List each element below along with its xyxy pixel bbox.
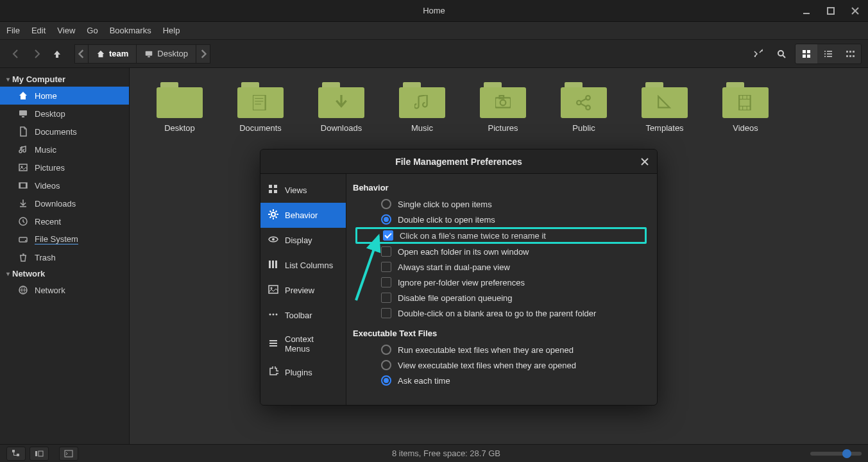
folder-pictures[interactable]: Pictures <box>470 82 536 133</box>
folder-public[interactable]: Public <box>550 82 617 133</box>
dialog-nav-toolbar[interactable]: Toolbar <box>260 303 346 328</box>
radio-icon <box>381 214 391 225</box>
option-exec-view[interactable]: View executable text files when they are… <box>353 357 647 373</box>
option-dual-pane[interactable]: Always start in dual-pane view <box>353 259 647 275</box>
svg-rect-17 <box>849 51 851 53</box>
option-single-click[interactable]: Single click to open items <box>353 196 647 212</box>
sidebar-section-mycomputer[interactable]: ▾ My Computer <box>0 72 129 87</box>
svg-rect-66 <box>272 261 274 268</box>
window-controls <box>797 0 864 21</box>
folder-icon <box>237 82 284 118</box>
dialog-nav-preview[interactable]: Preview <box>260 278 346 303</box>
folder-icon <box>642 82 688 118</box>
recent-icon <box>18 216 28 227</box>
svg-rect-65 <box>269 261 271 268</box>
dialog-title-bar: File Management Preferences <box>260 150 657 174</box>
folder-templates[interactable]: Templates <box>631 82 698 133</box>
maximize-button[interactable] <box>822 2 840 20</box>
dialog-nav-display[interactable]: Display <box>260 228 346 253</box>
sidebar-item-pictures[interactable]: Pictures <box>0 158 129 176</box>
folder-icon <box>157 82 203 118</box>
option-dbl-blank[interactable]: Double-click on a blank area to go to th… <box>353 305 647 321</box>
menu-go[interactable]: Go <box>87 26 98 35</box>
svg-line-43 <box>581 98 587 101</box>
sidebar-item-file-system[interactable]: File System <box>0 230 129 248</box>
dialog-nav-behavior[interactable]: Behavior <box>260 203 346 228</box>
option-double-click[interactable]: Double click to open items <box>353 212 647 227</box>
folder-desktop[interactable]: Desktop <box>146 82 213 133</box>
crumb-next[interactable] <box>196 44 210 64</box>
svg-rect-22 <box>19 110 27 116</box>
checkbox-icon <box>381 246 391 257</box>
folder-music[interactable]: Music <box>389 82 455 133</box>
menu-help[interactable]: Help <box>163 26 180 35</box>
tree-icon <box>12 449 21 458</box>
dialog-nav-context-menus[interactable]: Context Menus <box>260 328 346 360</box>
dialog-nav-plugins[interactable]: Plugins <box>260 360 346 385</box>
up-button[interactable] <box>47 44 67 64</box>
navigation-toolbar: team Desktop <box>0 40 868 68</box>
option-rename-twice[interactable]: Click on a file's name twice to rename i… <box>355 227 647 244</box>
sidebar-section-network[interactable]: ▾ Network <box>0 266 129 281</box>
terminal-button[interactable] <box>749 44 768 64</box>
menu-edit[interactable]: Edit <box>31 26 46 35</box>
crumb-prev[interactable] <box>74 44 89 64</box>
menu-file[interactable]: File <box>6 26 20 35</box>
sidebar-item-downloads[interactable]: Downloads <box>0 194 129 212</box>
folder-videos[interactable]: Videos <box>712 82 779 133</box>
open-terminal-button[interactable] <box>59 447 78 461</box>
crumb-desktop[interactable]: Desktop <box>137 44 196 64</box>
svg-point-69 <box>271 287 273 289</box>
option-exec-ask[interactable]: Ask each time <box>353 373 647 388</box>
dialog-nav-list-columns[interactable]: List Columns <box>260 253 346 278</box>
folder-label: Music <box>411 123 433 133</box>
view-list-button[interactable] <box>817 44 839 64</box>
sidebar-item-documents[interactable]: Documents <box>0 123 129 141</box>
checkbox-icon <box>383 230 393 241</box>
dialog-close-button[interactable] <box>636 153 653 170</box>
crumb-label: Desktop <box>157 49 188 58</box>
crumb-team[interactable]: team <box>89 44 137 64</box>
status-bar: 8 items, Free space: 28.7 GB <box>0 444 868 462</box>
sidebar-item-desktop[interactable]: Desktop <box>0 105 129 123</box>
sidebar-item-recent[interactable]: Recent <box>0 212 129 230</box>
minimize-button[interactable] <box>797 2 815 20</box>
menu-bookmarks[interactable]: Bookmarks <box>110 26 151 35</box>
forward-button[interactable] <box>27 44 46 64</box>
svg-point-70 <box>269 314 271 316</box>
tree-toggle-button[interactable] <box>6 447 26 461</box>
option-ignore-perfolder[interactable]: Ignore per-folder view preferences <box>353 275 647 290</box>
option-disable-queue[interactable]: Disable file operation queueing <box>353 290 647 305</box>
view-compact-button[interactable] <box>839 44 861 64</box>
menu-icon <box>268 338 278 350</box>
menu-view[interactable]: View <box>57 26 75 35</box>
sidebar-item-trash[interactable]: Trash <box>0 248 129 266</box>
svg-rect-52 <box>12 450 15 452</box>
folder-documents[interactable]: Documents <box>227 82 294 133</box>
sidebar-item-videos[interactable]: Videos <box>0 176 129 194</box>
gear-icon <box>268 209 278 221</box>
svg-rect-1 <box>828 8 834 14</box>
sidebar-item-music[interactable]: Music <box>0 141 129 158</box>
dialog-content: Behavior Single click to open items Doub… <box>346 174 657 405</box>
dialog-nav-label: Toolbar <box>285 311 312 320</box>
back-button[interactable] <box>6 44 26 64</box>
view-icons-button[interactable] <box>796 44 817 64</box>
option-own-window[interactable]: Open each folder in its own window <box>353 244 647 259</box>
sidebar-item-network[interactable]: Network <box>0 281 129 299</box>
close-button[interactable] <box>846 2 864 20</box>
search-button[interactable] <box>772 44 791 64</box>
folder-label: Videos <box>733 123 758 133</box>
folder-downloads[interactable]: Downloads <box>308 82 375 133</box>
search-icon <box>776 49 787 59</box>
svg-line-5 <box>783 55 785 58</box>
sidebar-item-home[interactable]: Home <box>0 87 129 105</box>
zoom-slider[interactable] <box>810 452 862 456</box>
places-toggle-button[interactable] <box>30 447 49 461</box>
sidebar-item-label: Videos <box>35 181 60 191</box>
dialog-nav-views[interactable]: Views <box>260 178 346 203</box>
sidebar-item-label: Pictures <box>35 163 65 173</box>
option-exec-run[interactable]: Run executable text files when they are … <box>353 342 647 357</box>
radio-icon <box>381 360 391 370</box>
close-icon <box>851 7 859 15</box>
